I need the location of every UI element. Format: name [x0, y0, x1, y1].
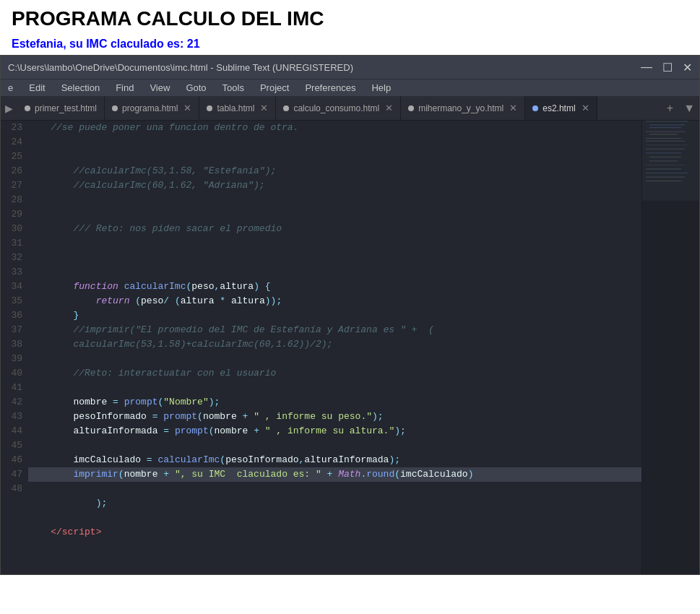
subtitle-prefix: Estefania, su IMC claculado es: — [12, 38, 187, 50]
page-subtitle: Estefania, su IMC claculado es: 21 — [12, 38, 688, 51]
menu-item-edit[interactable]: Edit — [26, 81, 48, 95]
tab-dot — [25, 105, 30, 111]
menu-bar: e Edit Selection Find View Goto Tools Pr… — [1, 79, 699, 96]
sublime-window: C:\Users\lambo\OneDrive\Documentos\imc.h… — [0, 55, 700, 575]
menu-item-file[interactable]: e — [5, 81, 16, 95]
menu-item-find[interactable]: Find — [113, 81, 137, 95]
tab-label: tabla.html — [217, 103, 254, 113]
tab-close-icon[interactable]: ✕ — [183, 103, 191, 113]
tab-calculo-consumo[interactable]: calculo_consumo.html ✕ — [276, 96, 401, 120]
tab-close-icon[interactable]: ✕ — [582, 103, 589, 113]
tab-label: programa.html — [122, 103, 178, 113]
tab-scroll-left[interactable]: ▶ — [1, 96, 17, 120]
tab-label: calculo_consumo.html — [293, 103, 379, 113]
minimap-svg — [642, 121, 699, 574]
tab-label: mihermano_y_yo.html — [418, 103, 504, 113]
menu-item-help[interactable]: Help — [368, 81, 394, 95]
tab-dot — [532, 105, 538, 111]
tab-programa[interactable]: programa.html ✕ — [105, 96, 199, 120]
tab-mihermano[interactable]: mihermano_y_yo.html ✕ — [401, 96, 525, 120]
subtitle-value: 21 — [187, 38, 200, 50]
title-bar: C:\Users\lambo\OneDrive\Documentos\imc.h… — [1, 56, 699, 79]
menu-item-tools[interactable]: Tools — [220, 81, 247, 95]
tab-tabla[interactable]: tabla.html ✕ — [199, 96, 276, 120]
tab-primer-test[interactable]: primer_test.html — [17, 96, 105, 120]
tab-dot — [207, 105, 212, 111]
code-pre: //se puede poner una funcion dentro de o… — [28, 121, 641, 554]
menu-item-view[interactable]: View — [147, 81, 173, 95]
tab-dot — [408, 105, 414, 111]
minimap — [641, 121, 699, 574]
tab-label: es2.html — [543, 103, 575, 113]
maximize-button[interactable]: ☐ — [662, 61, 673, 74]
tab-chevron-icon[interactable]: ▼ — [679, 96, 699, 120]
menu-item-selection[interactable]: Selection — [59, 81, 103, 95]
menu-item-goto[interactable]: Goto — [183, 81, 209, 95]
tab-close-icon[interactable]: ✕ — [385, 103, 393, 113]
line-numbers: 23 24 25 26 27 28 29 30 31 32 33 34 35 3… — [1, 121, 28, 574]
menu-item-preferences[interactable]: Preferences — [302, 81, 358, 95]
tab-close-icon[interactable]: ✕ — [260, 103, 268, 113]
title-bar-controls: — ☐ ✕ — [641, 61, 692, 74]
close-button[interactable]: ✕ — [683, 61, 692, 74]
tab-close-icon[interactable]: ✕ — [509, 103, 517, 113]
title-bar-text: C:\Users\lambo\OneDrive\Documentos\imc.h… — [8, 62, 641, 73]
tab-es2[interactable]: es2.html ✕ — [525, 96, 597, 120]
menu-item-project[interactable]: Project — [257, 81, 292, 95]
tab-dot — [112, 105, 118, 111]
tab-label: primer_test.html — [35, 103, 97, 113]
tabs-bar: ▶ primer_test.html programa.html ✕ tabla… — [1, 96, 699, 121]
browser-page: PROGRAMA CALCULO DEL IMC Estefania, su I… — [0, 0, 700, 51]
minimize-button[interactable]: — — [641, 61, 652, 74]
tab-add-button[interactable]: + — [661, 96, 679, 120]
tab-dot — [283, 105, 289, 111]
svg-rect-17 — [642, 121, 699, 201]
page-title: PROGRAMA CALCULO DEL IMC — [12, 7, 688, 30]
code-area[interactable]: 23 24 25 26 27 28 29 30 31 32 33 34 35 3… — [1, 121, 699, 574]
code-content[interactable]: //se puede poner una funcion dentro de o… — [28, 121, 641, 574]
